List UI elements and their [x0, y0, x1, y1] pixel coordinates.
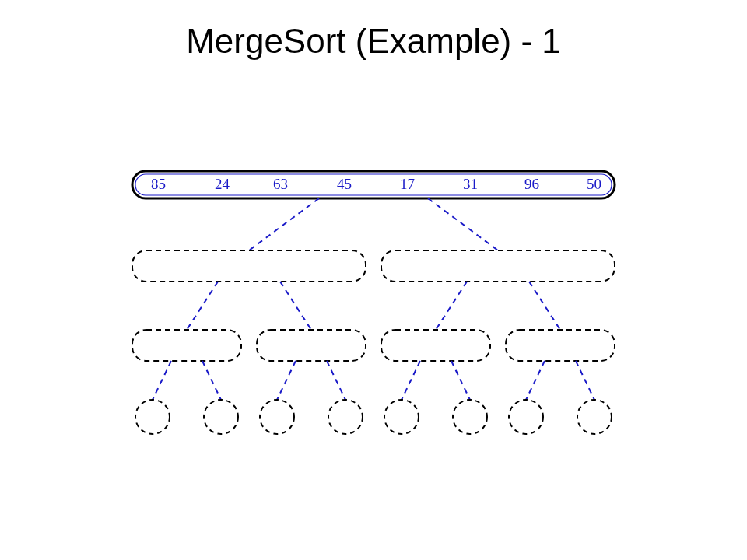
root-value-4: 17	[400, 176, 415, 192]
svg-line-14	[526, 361, 545, 400]
leaf-4	[384, 400, 419, 434]
svg-line-7	[529, 282, 560, 330]
level2-0	[132, 330, 241, 361]
svg-line-6	[436, 282, 467, 330]
svg-line-3	[428, 198, 498, 250]
root-value-1: 24	[215, 176, 230, 192]
level2-2	[381, 330, 490, 361]
edges-level-2-3	[153, 361, 594, 400]
leaf-3	[328, 400, 363, 434]
root-value-0: 85	[151, 176, 166, 192]
edges-level-0-1	[249, 198, 498, 250]
root-node: 85 24 63 45 17 31 96 50	[132, 171, 615, 198]
svg-line-9	[202, 361, 221, 400]
page-title: MergeSort (Example) - 1	[0, 22, 747, 61]
svg-line-4	[187, 282, 218, 330]
leaf-7	[577, 400, 612, 434]
leaf-6	[509, 400, 543, 434]
svg-line-12	[402, 361, 420, 400]
level-2-nodes	[132, 330, 615, 361]
leaf-0	[135, 400, 170, 434]
level1-right	[381, 250, 615, 282]
svg-line-2	[249, 198, 319, 250]
root-value-6: 96	[524, 176, 539, 192]
leaf-1	[204, 400, 238, 434]
svg-line-13	[451, 361, 470, 400]
leaf-2	[260, 400, 294, 434]
mergesort-tree-diagram: 85 24 63 45 17 31 96 50	[124, 163, 622, 443]
svg-line-15	[576, 361, 594, 400]
root-value-2: 63	[273, 176, 288, 192]
leaf-5	[453, 400, 487, 434]
svg-line-10	[277, 361, 296, 400]
root-value-5: 31	[463, 176, 478, 192]
svg-line-8	[153, 361, 171, 400]
root-value-7: 50	[587, 176, 601, 192]
level1-left	[132, 250, 366, 282]
svg-line-11	[327, 361, 345, 400]
level-3-nodes	[135, 400, 612, 434]
svg-rect-0	[132, 171, 615, 198]
svg-line-5	[280, 282, 311, 330]
level-1-nodes	[132, 250, 615, 282]
edges-level-1-2	[187, 282, 560, 330]
level2-1	[257, 330, 366, 361]
level2-3	[506, 330, 615, 361]
root-value-3: 45	[337, 176, 352, 192]
